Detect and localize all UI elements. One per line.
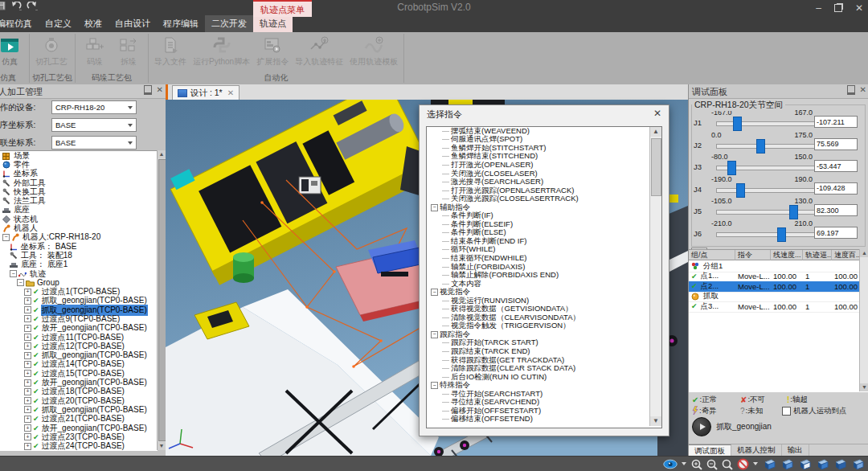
dropdown[interactable]: CRP-RH18-20	[51, 100, 137, 114]
joint-slider[interactable]	[716, 144, 816, 149]
menu-tab[interactable]: 程序编辑	[157, 15, 205, 32]
scroll-up-icon[interactable]: ▲	[158, 150, 166, 158]
column-header[interactable]: 轨迹逼...	[803, 250, 832, 260]
joint-slider[interactable]	[716, 121, 816, 126]
dropdown[interactable]: BASE	[51, 136, 137, 149]
trajectory-point-menu-popup[interactable]: 轨迹点菜单	[253, 0, 312, 17]
caret-icon[interactable]	[753, 462, 759, 466]
panel-tab[interactable]: 输出	[782, 444, 809, 456]
expand-icon[interactable]: +	[24, 289, 31, 296]
table-scrollbar[interactable]: ▲ ▼	[859, 249, 868, 391]
expand-icon[interactable]: +	[24, 379, 31, 387]
expand-icon[interactable]: +	[24, 306, 31, 313]
expand-icon[interactable]: +	[24, 388, 31, 395]
command-item[interactable]: 偏移结束(OFFSETEND)	[427, 416, 661, 424]
column-header[interactable]: 组/点	[689, 250, 735, 260]
joint-value-input[interactable]	[814, 204, 858, 216]
menu-tab[interactable]: 编程仿真	[0, 15, 39, 32]
scroll-up-icon[interactable]: ▲	[860, 249, 868, 257]
tree-item[interactable]: −轨迹	[0, 269, 158, 278]
ribbon-button[interactable]: 扩展指令	[253, 32, 292, 68]
expand-icon[interactable]: +	[24, 397, 31, 404]
pin-icon[interactable]	[847, 85, 855, 95]
collapse-icon[interactable]: −	[431, 204, 438, 211]
pin-icon[interactable]	[144, 85, 152, 95]
cube-side-icon[interactable]	[798, 458, 812, 470]
column-header[interactable]: 指令	[735, 250, 771, 260]
slider-handle[interactable]	[789, 205, 798, 219]
zoom-in-icon[interactable]	[691, 459, 702, 470]
joint-value-input[interactable]	[814, 227, 858, 239]
close-button[interactable]: ✕	[855, 2, 863, 14]
cube-front-icon[interactable]	[780, 458, 794, 470]
close-tab-icon[interactable]: ✕	[227, 88, 234, 97]
scroll-down-icon[interactable]: ▼	[860, 383, 868, 391]
minimize-button[interactable]: –	[816, 2, 821, 14]
slider-handle[interactable]	[736, 183, 745, 198]
tree-scrollbar[interactable]: ▲ ▼	[157, 150, 166, 450]
joint-value-input[interactable]	[814, 160, 858, 172]
play-button[interactable]	[692, 417, 711, 436]
expand-icon[interactable]: +	[24, 424, 31, 432]
no-entry-icon[interactable]	[737, 458, 749, 470]
collapse-icon[interactable]: −	[431, 382, 438, 389]
menu-tab[interactable]: 自定义	[39, 15, 78, 32]
slider-handle[interactable]	[733, 117, 742, 131]
expand-icon[interactable]: +	[24, 416, 31, 423]
joint-value-input[interactable]	[814, 138, 858, 150]
joint-value-input[interactable]	[814, 182, 858, 195]
checkbox[interactable]	[782, 407, 791, 416]
menu-tab[interactable]: 二次开发	[205, 15, 253, 32]
expand-icon[interactable]: +	[24, 352, 31, 359]
menu-tab-trajectory-point[interactable]: 轨迹点	[253, 15, 293, 32]
joint-slider[interactable]	[716, 188, 816, 193]
collapse-icon[interactable]: −	[10, 270, 17, 277]
cube-top-icon[interactable]	[833, 458, 847, 470]
ribbon-button[interactable]: 导入轨迹特征	[292, 32, 346, 68]
expand-icon[interactable]: +	[24, 297, 31, 305]
joint-slider[interactable]	[716, 232, 816, 237]
ribbon-button[interactable]: 导入文件	[151, 32, 190, 68]
collapse-icon[interactable]: −	[2, 234, 10, 241]
collapse-icon[interactable]: −	[431, 331, 438, 338]
ribbon-button[interactable]: 码垛	[78, 32, 112, 68]
dropdown[interactable]: BASE	[51, 118, 137, 132]
menu-tab[interactable]: 自由设计	[108, 15, 157, 32]
expand-icon[interactable]: +	[24, 334, 31, 341]
slider-handle[interactable]	[777, 227, 786, 242]
close-icon[interactable]: ✕	[860, 85, 866, 95]
design-tab[interactable]: 设计 : 1* ✕	[172, 85, 240, 100]
collapse-icon[interactable]: −	[17, 279, 24, 286]
panel-tab[interactable]: 机器人控制	[731, 444, 782, 456]
ribbon-button[interactable]: 仿真	[0, 32, 27, 68]
tree-item[interactable]: +✔过渡点24(TCP0-BASE)	[0, 442, 158, 451]
expand-icon[interactable]: +	[24, 406, 31, 413]
cube-bottom-icon[interactable]	[851, 458, 865, 470]
caret-icon[interactable]	[682, 462, 687, 466]
eye-icon[interactable]	[663, 459, 678, 469]
slider-handle[interactable]	[756, 139, 765, 154]
ribbon-button[interactable]: 拆垛	[112, 32, 145, 68]
cube-iso-icon[interactable]	[763, 458, 776, 470]
ribbon-button[interactable]: 使用轨迹模板	[346, 32, 401, 68]
column-header[interactable]: 线速度...	[771, 250, 803, 260]
close-icon[interactable]: ✕	[157, 85, 163, 95]
expand-icon[interactable]: +	[24, 342, 31, 350]
dialog-scrollbar[interactable]: ▲ ▼	[649, 127, 661, 426]
scroll-up-icon[interactable]: ▲	[650, 127, 661, 137]
zoom-out-icon[interactable]	[706, 459, 718, 470]
column-header[interactable]: 速度百...	[832, 250, 860, 260]
restore-button[interactable]	[834, 4, 842, 12]
expand-icon[interactable]: +	[24, 433, 31, 440]
joint-slider[interactable]	[716, 166, 816, 170]
joint-slider[interactable]	[716, 210, 816, 215]
expand-icon[interactable]: +	[24, 443, 31, 450]
table-row[interactable]: ✔点3...Move-L...100.001100.00	[689, 301, 860, 313]
tree-item[interactable]: 底座： 底座1	[0, 260, 158, 269]
ribbon-button[interactable]: 切孔工艺	[32, 32, 71, 68]
cube-back-icon[interactable]	[816, 458, 829, 470]
scroll-down-icon[interactable]: ▼	[158, 442, 166, 450]
panel-tab[interactable]: 调试面板	[689, 444, 731, 456]
menu-tab[interactable]: 校准	[78, 15, 108, 32]
slider-handle[interactable]	[727, 161, 736, 175]
